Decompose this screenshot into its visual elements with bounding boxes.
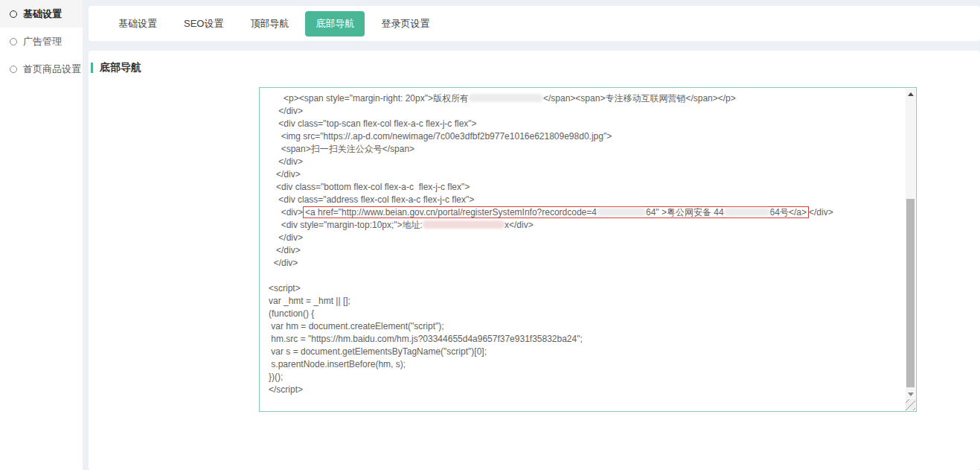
code-line: <div class="address flex-col flex-a-c fl… bbox=[269, 194, 903, 206]
redacted-text bbox=[469, 94, 543, 102]
code-line: (function() { bbox=[269, 308, 903, 320]
circle-icon bbox=[10, 10, 17, 18]
resize-grip-icon[interactable] bbox=[906, 399, 915, 410]
section-header: 底部导航 bbox=[91, 61, 141, 74]
page: 基础设置广告管理首页商品设置 基础设置SEO设置顶部导航底部导航登录页设置 底部… bbox=[0, 0, 980, 470]
code-textarea[interactable]: <p><span style="margin-right: 20px">版权所有… bbox=[259, 87, 917, 412]
code-line bbox=[269, 270, 903, 282]
sidebar-item-label: 首页商品设置 bbox=[23, 63, 81, 76]
code-line: </div> bbox=[269, 156, 903, 168]
editor-scrollbar[interactable] bbox=[906, 89, 915, 400]
code-content[interactable]: <p><span style="margin-right: 20px">版权所有… bbox=[269, 92, 903, 408]
sidebar-item-label: 基础设置 bbox=[23, 7, 62, 21]
sidebar: 基础设置广告管理首页商品设置 bbox=[0, 0, 83, 470]
redacted-text bbox=[597, 208, 646, 216]
section-title: 底部导航 bbox=[100, 61, 141, 74]
code-line: })(); bbox=[269, 371, 903, 384]
redacted-text bbox=[724, 208, 770, 216]
code-line: <img src="https://.ap-d.com/newimage/7c0… bbox=[269, 130, 903, 143]
code-line: <div><a href="http://www.beian.gov.cn/po… bbox=[269, 206, 903, 219]
code-line: <script> bbox=[269, 282, 903, 295]
code-line: <span>扫一扫关注公众号</span> bbox=[269, 143, 903, 156]
code-line: var hm = document.createElement("script"… bbox=[269, 320, 903, 333]
code-line: var _hmt = _hmt || []; bbox=[269, 295, 903, 308]
scroll-up-button[interactable] bbox=[906, 89, 915, 100]
code-line: <div class="top-scan flex-col flex-a-c f… bbox=[269, 118, 903, 130]
tab-active[interactable]: 底部导航 bbox=[305, 11, 365, 36]
code-line: </div> bbox=[269, 257, 903, 270]
content-card: 底部导航 <p><span style="margin-right: 20px"… bbox=[89, 51, 980, 470]
circle-icon bbox=[10, 38, 17, 45]
code-line: var s = document.getElementsByTagName("s… bbox=[269, 346, 903, 358]
code-line: </script> bbox=[269, 384, 903, 396]
sidebar-item[interactable]: 广告管理 bbox=[0, 28, 83, 55]
tab-bar: 基础设置SEO设置顶部导航底部导航登录页设置 bbox=[89, 6, 980, 41]
annotation-red-box: <a href="http://www.beian.gov.cn/portal/… bbox=[303, 206, 809, 218]
tab-item[interactable]: 登录页设置 bbox=[371, 11, 440, 36]
sidebar-item-label: 广告管理 bbox=[23, 35, 62, 48]
scroll-down-button[interactable] bbox=[906, 389, 915, 400]
tab-item[interactable]: 基础设置 bbox=[108, 11, 167, 36]
scroll-down-icon bbox=[908, 393, 914, 396]
code-line: <p><span style="margin-right: 20px">版权所有… bbox=[269, 92, 903, 105]
code-line: <div style="margin-top:10px;">地址:x</div> bbox=[269, 219, 903, 232]
code-line: s.parentNode.insertBefore(hm, s); bbox=[269, 358, 903, 371]
sidebar-divider bbox=[83, 0, 89, 470]
scrollbar-thumb[interactable] bbox=[906, 199, 915, 387]
code-line: </div> bbox=[269, 244, 903, 257]
tab-item[interactable]: 顶部导航 bbox=[240, 11, 299, 36]
code-line: </div> bbox=[269, 168, 903, 181]
code-line: </div> bbox=[269, 105, 903, 118]
redacted-text bbox=[423, 220, 505, 229]
sidebar-item[interactable]: 首页商品设置 bbox=[0, 55, 83, 83]
section-accent-bar-icon bbox=[91, 63, 93, 73]
main-area: 基础设置SEO设置顶部导航底部导航登录页设置 底部导航 <p><span sty… bbox=[89, 0, 980, 470]
code-line: </div> bbox=[269, 232, 903, 244]
sidebar-item[interactable]: 基础设置 bbox=[0, 0, 83, 28]
code-line: hm.src = "https://hm.baidu.com/hm.js?033… bbox=[269, 333, 903, 346]
tab-item[interactable]: SEO设置 bbox=[173, 11, 234, 36]
code-line: <div class="bottom flex-col flex-a-c fle… bbox=[269, 181, 903, 194]
circle-icon bbox=[10, 66, 17, 73]
scroll-up-icon bbox=[908, 92, 914, 96]
